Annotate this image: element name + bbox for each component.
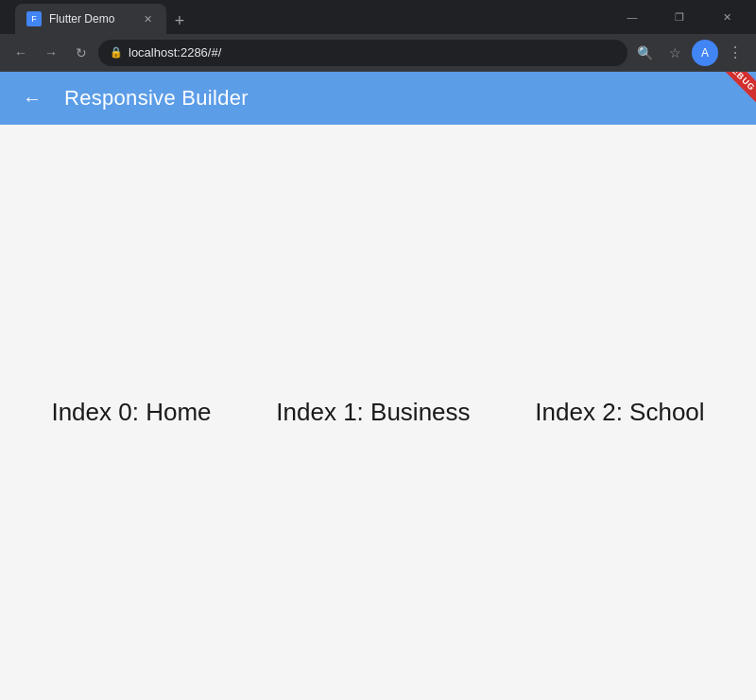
debug-label: DEBUG	[725, 72, 756, 93]
minimize-button[interactable]: —	[610, 0, 654, 34]
app-back-icon: ←	[23, 88, 42, 110]
title-bar: F Flutter Demo ✕ + — ❐ ✕	[0, 0, 756, 34]
address-bar[interactable]: 🔒 localhost:2286/#/	[98, 40, 627, 66]
address-bar-row: ← → ↻ 🔒 localhost:2286/#/ 🔍 ☆ A ⋮	[0, 34, 756, 72]
tab-favicon: F	[26, 11, 42, 26]
restore-icon: ❐	[675, 11, 684, 24]
toolbar-icons: 🔍 ☆ A ⋮	[631, 40, 748, 66]
address-text: localhost:2286/#/	[129, 45, 616, 60]
profile-avatar[interactable]: A	[692, 40, 718, 66]
browser-menu-icon[interactable]: ⋮	[722, 40, 748, 66]
minimize-icon: —	[627, 11, 638, 23]
app-back-button[interactable]: ←	[15, 81, 49, 115]
star-icon[interactable]: ☆	[662, 40, 688, 66]
title-bar-controls: — ❐ ✕	[610, 0, 748, 34]
tab-bar: F Flutter Demo ✕ +	[8, 0, 193, 34]
tab-close-button[interactable]: ✕	[140, 11, 155, 26]
lock-icon: 🔒	[110, 46, 123, 59]
menu-dots-icon: ⋮	[728, 43, 743, 61]
restore-button[interactable]: ❐	[658, 0, 701, 34]
avatar-initial: A	[701, 46, 709, 60]
browser-tab[interactable]: F Flutter Demo ✕	[15, 4, 166, 34]
search-icon[interactable]: 🔍	[631, 40, 658, 66]
debug-badge: DEBUG	[712, 72, 756, 104]
refresh-button[interactable]: ↻	[68, 40, 94, 66]
close-icon: ✕	[723, 11, 731, 24]
back-nav-button[interactable]: ←	[8, 40, 34, 66]
close-button[interactable]: ✕	[705, 0, 748, 34]
list-item: Index 1: Business	[276, 398, 470, 427]
app-bar: ← Responsive Builder DEBUG	[0, 72, 756, 125]
list-item: Index 2: School	[535, 398, 704, 427]
app-bar-title: Responsive Builder	[64, 86, 249, 111]
forward-nav-icon: →	[44, 45, 58, 60]
app-content: Index 0: Home Index 1: Business Index 2:…	[0, 125, 756, 700]
new-tab-button[interactable]: +	[166, 8, 193, 34]
app-container: ← Responsive Builder DEBUG Index 0: Home…	[0, 72, 756, 700]
back-nav-icon: ←	[14, 45, 27, 60]
refresh-icon: ↻	[76, 45, 87, 60]
tab-title: Flutter Demo	[49, 12, 132, 26]
forward-nav-button[interactable]: →	[38, 40, 64, 66]
list-item: Index 0: Home	[51, 398, 211, 427]
